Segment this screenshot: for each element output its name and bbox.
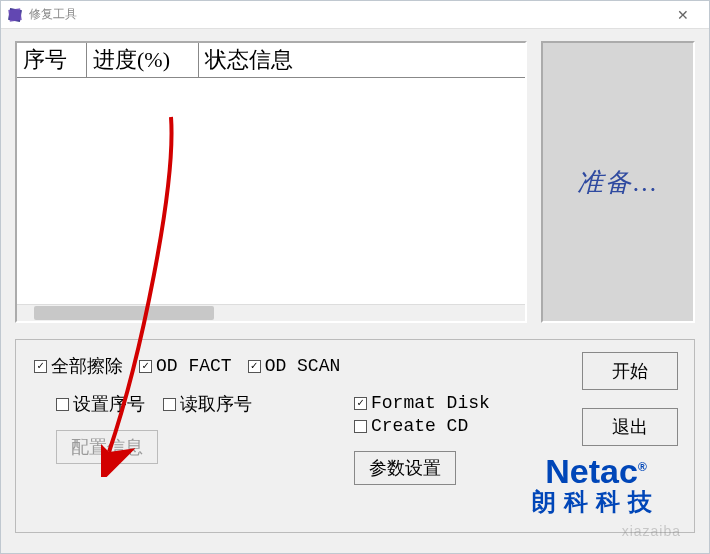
checkbox-read-serial[interactable]: 读取序号	[163, 392, 252, 416]
checkbox-label: Format Disk	[371, 392, 490, 415]
app-window: 修复工具 ✕ 序号 进度(%) 状态信息 准备...	[0, 0, 710, 554]
client-area: 序号 进度(%) 状态信息 准备... ✓ 全部擦除	[1, 29, 709, 553]
checkbox-label: OD SCAN	[265, 356, 341, 376]
checkbox-label: 读取序号	[180, 392, 252, 416]
options-group: ✓ 全部擦除 ✓ OD FACT ✓ OD SCAN 设置序号	[15, 339, 695, 533]
check-icon	[163, 398, 176, 411]
grid-header: 序号 进度(%) 状态信息	[17, 43, 525, 78]
param-settings-button[interactable]: 参数设置	[354, 451, 456, 485]
exit-button[interactable]: 退出	[582, 408, 678, 446]
titlebar: 修复工具 ✕	[1, 1, 709, 29]
checkbox-label: 全部擦除	[51, 354, 123, 378]
check-icon: ✓	[139, 360, 152, 373]
status-text: 准备...	[577, 165, 659, 200]
logo-subtitle: 朗科科技	[518, 486, 674, 518]
checkbox-od-scan[interactable]: ✓ OD SCAN	[248, 356, 341, 376]
checkbox-format-disk[interactable]: ✓ Format Disk	[354, 392, 490, 415]
checkbox-wipe-all[interactable]: ✓ 全部擦除	[34, 354, 123, 378]
progress-grid: 序号 进度(%) 状态信息	[15, 41, 527, 323]
check-icon: ✓	[354, 397, 367, 410]
check-icon: ✓	[248, 360, 261, 373]
checkbox-label: OD FACT	[156, 356, 232, 376]
config-info-button: 配置信息	[56, 430, 158, 464]
close-button[interactable]: ✕	[663, 7, 703, 23]
status-panel: 准备...	[541, 41, 695, 323]
grid-body[interactable]	[17, 78, 525, 304]
horizontal-scrollbar[interactable]	[17, 304, 525, 321]
col-header-status[interactable]: 状态信息	[199, 43, 525, 77]
checkbox-set-serial[interactable]: 设置序号	[56, 392, 145, 416]
checkbox-od-fact[interactable]: ✓ OD FACT	[139, 356, 232, 376]
scrollbar-thumb[interactable]	[34, 306, 214, 320]
start-button[interactable]: 开始	[582, 352, 678, 390]
registered-icon: ®	[638, 460, 647, 474]
col-header-serial[interactable]: 序号	[17, 43, 87, 77]
logo-brand: Netac®	[545, 454, 646, 488]
svg-rect-1	[8, 8, 22, 22]
check-icon	[354, 420, 367, 433]
app-icon	[7, 7, 23, 23]
checkbox-label: 设置序号	[73, 392, 145, 416]
check-icon	[56, 398, 69, 411]
checkbox-label: Create CD	[371, 415, 468, 438]
col-header-progress[interactable]: 进度(%)	[87, 43, 199, 77]
logo: Netac® 朗科科技	[518, 454, 674, 518]
window-title: 修复工具	[29, 6, 663, 23]
checkbox-create-cd[interactable]: Create CD	[354, 415, 468, 438]
check-icon: ✓	[34, 360, 47, 373]
